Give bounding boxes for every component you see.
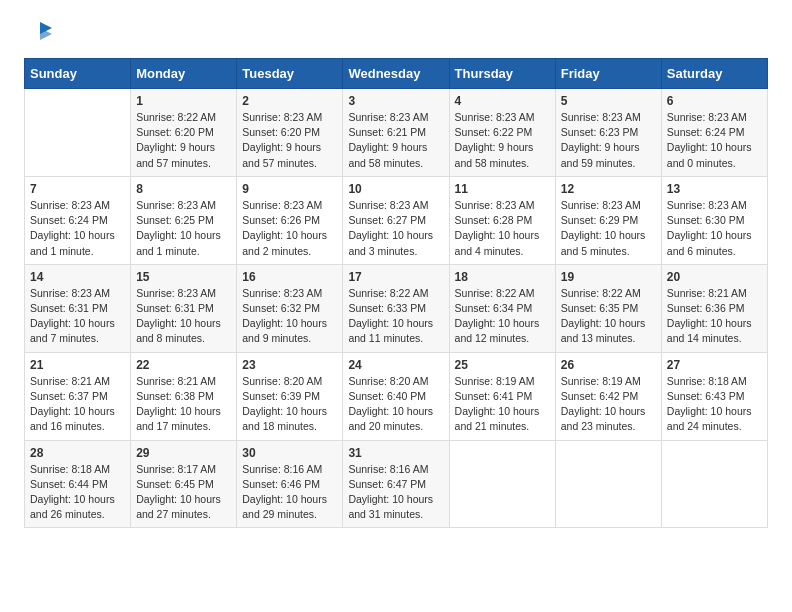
header	[24, 20, 768, 48]
day-number: 10	[348, 182, 443, 196]
calendar-cell: 12Sunrise: 8:23 AM Sunset: 6:29 PM Dayli…	[555, 176, 661, 264]
calendar-week-row: 1Sunrise: 8:22 AM Sunset: 6:20 PM Daylig…	[25, 89, 768, 177]
calendar-cell: 13Sunrise: 8:23 AM Sunset: 6:30 PM Dayli…	[661, 176, 767, 264]
day-info: Sunrise: 8:23 AM Sunset: 6:28 PM Dayligh…	[455, 198, 550, 259]
calendar-cell: 2Sunrise: 8:23 AM Sunset: 6:20 PM Daylig…	[237, 89, 343, 177]
calendar-cell	[25, 89, 131, 177]
calendar-cell: 5Sunrise: 8:23 AM Sunset: 6:23 PM Daylig…	[555, 89, 661, 177]
calendar-cell: 4Sunrise: 8:23 AM Sunset: 6:22 PM Daylig…	[449, 89, 555, 177]
day-info: Sunrise: 8:22 AM Sunset: 6:34 PM Dayligh…	[455, 286, 550, 347]
calendar-cell: 16Sunrise: 8:23 AM Sunset: 6:32 PM Dayli…	[237, 264, 343, 352]
calendar-cell: 8Sunrise: 8:23 AM Sunset: 6:25 PM Daylig…	[131, 176, 237, 264]
day-number: 8	[136, 182, 231, 196]
calendar-cell: 26Sunrise: 8:19 AM Sunset: 6:42 PM Dayli…	[555, 352, 661, 440]
day-number: 6	[667, 94, 762, 108]
day-number: 31	[348, 446, 443, 460]
calendar-cell: 29Sunrise: 8:17 AM Sunset: 6:45 PM Dayli…	[131, 440, 237, 528]
day-info: Sunrise: 8:23 AM Sunset: 6:20 PM Dayligh…	[242, 110, 337, 171]
day-number: 25	[455, 358, 550, 372]
calendar-cell: 15Sunrise: 8:23 AM Sunset: 6:31 PM Dayli…	[131, 264, 237, 352]
calendar-cell: 31Sunrise: 8:16 AM Sunset: 6:47 PM Dayli…	[343, 440, 449, 528]
calendar-cell: 20Sunrise: 8:21 AM Sunset: 6:36 PM Dayli…	[661, 264, 767, 352]
day-number: 18	[455, 270, 550, 284]
day-info: Sunrise: 8:19 AM Sunset: 6:42 PM Dayligh…	[561, 374, 656, 435]
weekday-header-saturday: Saturday	[661, 59, 767, 89]
calendar-cell: 24Sunrise: 8:20 AM Sunset: 6:40 PM Dayli…	[343, 352, 449, 440]
day-number: 29	[136, 446, 231, 460]
calendar-cell: 9Sunrise: 8:23 AM Sunset: 6:26 PM Daylig…	[237, 176, 343, 264]
page: SundayMondayTuesdayWednesdayThursdayFrid…	[0, 0, 792, 548]
day-info: Sunrise: 8:20 AM Sunset: 6:40 PM Dayligh…	[348, 374, 443, 435]
weekday-header-thursday: Thursday	[449, 59, 555, 89]
logo-flag-icon	[26, 20, 54, 48]
day-number: 2	[242, 94, 337, 108]
day-number: 14	[30, 270, 125, 284]
calendar-cell: 18Sunrise: 8:22 AM Sunset: 6:34 PM Dayli…	[449, 264, 555, 352]
calendar-week-row: 21Sunrise: 8:21 AM Sunset: 6:37 PM Dayli…	[25, 352, 768, 440]
day-number: 30	[242, 446, 337, 460]
calendar-cell: 30Sunrise: 8:16 AM Sunset: 6:46 PM Dayli…	[237, 440, 343, 528]
day-number: 28	[30, 446, 125, 460]
calendar-cell: 17Sunrise: 8:22 AM Sunset: 6:33 PM Dayli…	[343, 264, 449, 352]
day-info: Sunrise: 8:22 AM Sunset: 6:20 PM Dayligh…	[136, 110, 231, 171]
weekday-header-tuesday: Tuesday	[237, 59, 343, 89]
day-number: 19	[561, 270, 656, 284]
day-info: Sunrise: 8:18 AM Sunset: 6:43 PM Dayligh…	[667, 374, 762, 435]
calendar-cell: 25Sunrise: 8:19 AM Sunset: 6:41 PM Dayli…	[449, 352, 555, 440]
day-number: 17	[348, 270, 443, 284]
day-info: Sunrise: 8:23 AM Sunset: 6:22 PM Dayligh…	[455, 110, 550, 171]
calendar-week-row: 7Sunrise: 8:23 AM Sunset: 6:24 PM Daylig…	[25, 176, 768, 264]
weekday-header-wednesday: Wednesday	[343, 59, 449, 89]
day-number: 1	[136, 94, 231, 108]
weekday-header-monday: Monday	[131, 59, 237, 89]
day-number: 3	[348, 94, 443, 108]
calendar-cell: 22Sunrise: 8:21 AM Sunset: 6:38 PM Dayli…	[131, 352, 237, 440]
calendar-cell: 23Sunrise: 8:20 AM Sunset: 6:39 PM Dayli…	[237, 352, 343, 440]
weekday-header-friday: Friday	[555, 59, 661, 89]
day-info: Sunrise: 8:23 AM Sunset: 6:25 PM Dayligh…	[136, 198, 231, 259]
day-number: 26	[561, 358, 656, 372]
calendar-cell: 1Sunrise: 8:22 AM Sunset: 6:20 PM Daylig…	[131, 89, 237, 177]
day-info: Sunrise: 8:23 AM Sunset: 6:27 PM Dayligh…	[348, 198, 443, 259]
day-number: 23	[242, 358, 337, 372]
day-number: 5	[561, 94, 656, 108]
day-info: Sunrise: 8:23 AM Sunset: 6:31 PM Dayligh…	[30, 286, 125, 347]
day-number: 12	[561, 182, 656, 196]
day-number: 16	[242, 270, 337, 284]
day-info: Sunrise: 8:23 AM Sunset: 6:26 PM Dayligh…	[242, 198, 337, 259]
day-number: 4	[455, 94, 550, 108]
calendar-cell: 19Sunrise: 8:22 AM Sunset: 6:35 PM Dayli…	[555, 264, 661, 352]
day-number: 11	[455, 182, 550, 196]
day-number: 27	[667, 358, 762, 372]
day-info: Sunrise: 8:21 AM Sunset: 6:37 PM Dayligh…	[30, 374, 125, 435]
day-info: Sunrise: 8:23 AM Sunset: 6:24 PM Dayligh…	[30, 198, 125, 259]
day-info: Sunrise: 8:23 AM Sunset: 6:31 PM Dayligh…	[136, 286, 231, 347]
day-number: 13	[667, 182, 762, 196]
day-info: Sunrise: 8:18 AM Sunset: 6:44 PM Dayligh…	[30, 462, 125, 523]
calendar-cell: 21Sunrise: 8:21 AM Sunset: 6:37 PM Dayli…	[25, 352, 131, 440]
day-info: Sunrise: 8:19 AM Sunset: 6:41 PM Dayligh…	[455, 374, 550, 435]
day-info: Sunrise: 8:21 AM Sunset: 6:38 PM Dayligh…	[136, 374, 231, 435]
day-info: Sunrise: 8:23 AM Sunset: 6:30 PM Dayligh…	[667, 198, 762, 259]
day-info: Sunrise: 8:23 AM Sunset: 6:24 PM Dayligh…	[667, 110, 762, 171]
day-info: Sunrise: 8:23 AM Sunset: 6:29 PM Dayligh…	[561, 198, 656, 259]
day-info: Sunrise: 8:22 AM Sunset: 6:35 PM Dayligh…	[561, 286, 656, 347]
calendar-week-row: 14Sunrise: 8:23 AM Sunset: 6:31 PM Dayli…	[25, 264, 768, 352]
logo	[24, 20, 54, 48]
calendar-week-row: 28Sunrise: 8:18 AM Sunset: 6:44 PM Dayli…	[25, 440, 768, 528]
weekday-header-sunday: Sunday	[25, 59, 131, 89]
day-info: Sunrise: 8:23 AM Sunset: 6:21 PM Dayligh…	[348, 110, 443, 171]
calendar-cell: 28Sunrise: 8:18 AM Sunset: 6:44 PM Dayli…	[25, 440, 131, 528]
calendar-cell: 3Sunrise: 8:23 AM Sunset: 6:21 PM Daylig…	[343, 89, 449, 177]
calendar-cell: 11Sunrise: 8:23 AM Sunset: 6:28 PM Dayli…	[449, 176, 555, 264]
day-number: 9	[242, 182, 337, 196]
day-number: 15	[136, 270, 231, 284]
calendar-cell	[661, 440, 767, 528]
calendar-cell: 10Sunrise: 8:23 AM Sunset: 6:27 PM Dayli…	[343, 176, 449, 264]
calendar-header-row: SundayMondayTuesdayWednesdayThursdayFrid…	[25, 59, 768, 89]
calendar-cell	[449, 440, 555, 528]
day-info: Sunrise: 8:17 AM Sunset: 6:45 PM Dayligh…	[136, 462, 231, 523]
calendar-cell	[555, 440, 661, 528]
day-number: 24	[348, 358, 443, 372]
day-number: 20	[667, 270, 762, 284]
